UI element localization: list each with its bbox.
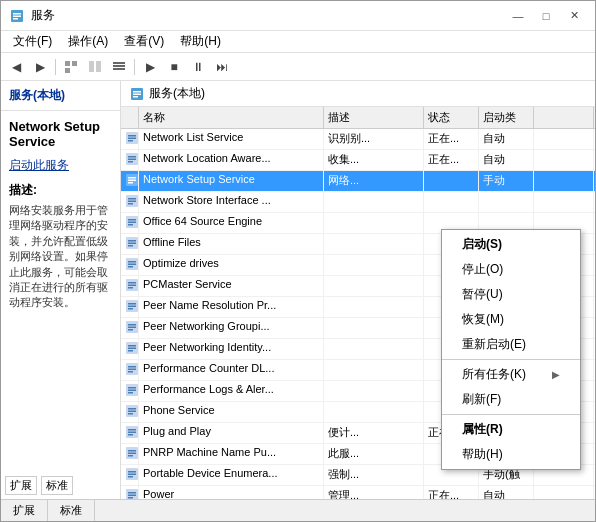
- row-desc: [324, 360, 424, 380]
- context-menu-item-0[interactable]: 启动(S): [442, 232, 580, 257]
- table-row[interactable]: Network Setup Service 网络... 手动: [121, 171, 595, 192]
- table-row[interactable]: Network Location Aware... 收集... 正在... 自动: [121, 150, 595, 171]
- svg-rect-10: [113, 65, 125, 67]
- toolbar-pause[interactable]: ⏸: [187, 56, 209, 78]
- left-panel-footer: 扩展 标准: [1, 472, 120, 499]
- row-desc: [324, 381, 424, 401]
- svg-rect-79: [128, 455, 133, 457]
- row-name: Phone Service: [139, 402, 324, 422]
- desc-text: 网络安装服务用于管理网络驱动程序的安装，并允许配置低级别网络设置。如果停止此服务…: [9, 203, 112, 311]
- svg-rect-17: [128, 135, 136, 137]
- menu-file[interactable]: 文件(F): [5, 31, 60, 52]
- table-row[interactable]: Power 管理... 正在... 自动: [121, 486, 595, 499]
- start-service-link[interactable]: 启动此服务: [9, 157, 112, 174]
- svg-rect-8: [96, 61, 101, 72]
- context-menu: 启动(S)停止(O)暂停(U)恢复(M)重新启动(E)所有任务(K)▶刷新(F)…: [441, 229, 581, 470]
- toolbar-sep2: [134, 59, 135, 75]
- ctx-item-label: 所有任务(K): [462, 366, 526, 383]
- svg-rect-54: [128, 327, 136, 329]
- svg-rect-19: [128, 140, 133, 142]
- ctx-item-label: 恢复(M): [462, 311, 504, 328]
- row-icon-cell: [121, 360, 139, 380]
- context-menu-item-2[interactable]: 暂停(U): [442, 282, 580, 307]
- ctx-item-label: 启动(S): [462, 236, 502, 253]
- context-menu-item-3[interactable]: 恢复(M): [442, 307, 580, 332]
- standard-tab[interactable]: 标准: [41, 476, 73, 495]
- close-button[interactable]: ✕: [561, 6, 587, 26]
- toolbar-sep1: [55, 59, 56, 75]
- svg-rect-46: [128, 285, 136, 287]
- context-menu-item-6[interactable]: 刷新(F): [442, 387, 580, 412]
- svg-rect-65: [128, 387, 136, 389]
- row-name: Network Store Interface ...: [139, 192, 324, 212]
- submenu-arrow: ▶: [552, 369, 560, 380]
- svg-rect-29: [128, 198, 136, 200]
- row-icon-cell: [121, 297, 139, 317]
- service-icon: [125, 341, 139, 355]
- context-menu-item-5[interactable]: 所有任务(K)▶: [442, 362, 580, 387]
- col-desc[interactable]: 描述: [324, 107, 424, 128]
- table-row[interactable]: Network List Service 识别别... 正在... 自动: [121, 129, 595, 150]
- service-icon: [125, 299, 139, 313]
- svg-rect-77: [128, 450, 136, 452]
- svg-rect-85: [128, 492, 136, 494]
- row-extra: [534, 171, 594, 191]
- toolbar-refresh[interactable]: [84, 56, 106, 78]
- svg-rect-15: [133, 96, 138, 98]
- service-icon: [125, 404, 139, 418]
- menu-action[interactable]: 操作(A): [60, 31, 116, 52]
- col-name[interactable]: 名称: [139, 107, 324, 128]
- row-status: 正在...: [424, 486, 479, 499]
- left-panel-header-text: 服务(本地): [9, 88, 65, 102]
- toolbar-restart[interactable]: ⏭: [211, 56, 233, 78]
- col-icon: [121, 107, 139, 128]
- row-icon-cell: [121, 150, 139, 170]
- toolbar-up[interactable]: [60, 56, 82, 78]
- menu-help[interactable]: 帮助(H): [172, 31, 229, 52]
- svg-rect-21: [128, 156, 136, 158]
- service-icon: [125, 383, 139, 397]
- row-icon-cell: [121, 402, 139, 422]
- svg-rect-61: [128, 366, 136, 368]
- toolbar-view1[interactable]: [108, 56, 130, 78]
- toolbar: ◀ ▶ ▶ ■ ⏸ ⏭: [1, 53, 595, 81]
- col-extra: [534, 107, 594, 128]
- row-name: PNRP Machine Name Pu...: [139, 444, 324, 464]
- svg-rect-51: [128, 308, 133, 310]
- svg-rect-31: [128, 203, 133, 205]
- menu-view[interactable]: 查看(V): [116, 31, 172, 52]
- maximize-button[interactable]: □: [533, 6, 559, 26]
- context-menu-item-4[interactable]: 重新启动(E): [442, 332, 580, 357]
- col-startup[interactable]: 启动类: [479, 107, 534, 128]
- table-row[interactable]: Network Store Interface ...: [121, 192, 595, 213]
- context-menu-item-7[interactable]: 属性(R): [442, 417, 580, 442]
- row-startup: 手动: [479, 171, 534, 191]
- row-icon-cell: [121, 234, 139, 254]
- row-desc: [324, 255, 424, 275]
- row-desc: [324, 318, 424, 338]
- svg-rect-23: [128, 161, 133, 163]
- row-icon-cell: [121, 486, 139, 499]
- col-status[interactable]: 状态: [424, 107, 479, 128]
- minimize-button[interactable]: —: [505, 6, 531, 26]
- context-menu-item-8[interactable]: 帮助(H): [442, 442, 580, 467]
- status-expand-tab[interactable]: 扩展: [1, 500, 48, 521]
- toolbar-back[interactable]: ◀: [5, 56, 27, 78]
- svg-rect-11: [113, 68, 125, 70]
- expand-tab[interactable]: 扩展: [5, 476, 37, 495]
- svg-rect-67: [128, 392, 133, 394]
- svg-rect-82: [128, 474, 136, 476]
- toolbar-forward[interactable]: ▶: [29, 56, 51, 78]
- row-desc: 收集...: [324, 150, 424, 170]
- context-menu-item-1[interactable]: 停止(O): [442, 257, 580, 282]
- row-desc: 管理...: [324, 486, 424, 499]
- row-desc: [324, 297, 424, 317]
- main-panel-header: 服务(本地): [121, 81, 595, 107]
- toolbar-play[interactable]: ▶: [139, 56, 161, 78]
- main-window: 服务 — □ ✕ 文件(F) 操作(A) 查看(V) 帮助(H) ◀ ▶ ▶ ■…: [0, 0, 596, 522]
- toolbar-stop[interactable]: ■: [163, 56, 185, 78]
- left-panel-header: 服务(本地): [1, 81, 120, 111]
- row-name: Performance Logs & Aler...: [139, 381, 324, 401]
- status-standard-tab[interactable]: 标准: [48, 500, 95, 521]
- svg-rect-74: [128, 432, 136, 434]
